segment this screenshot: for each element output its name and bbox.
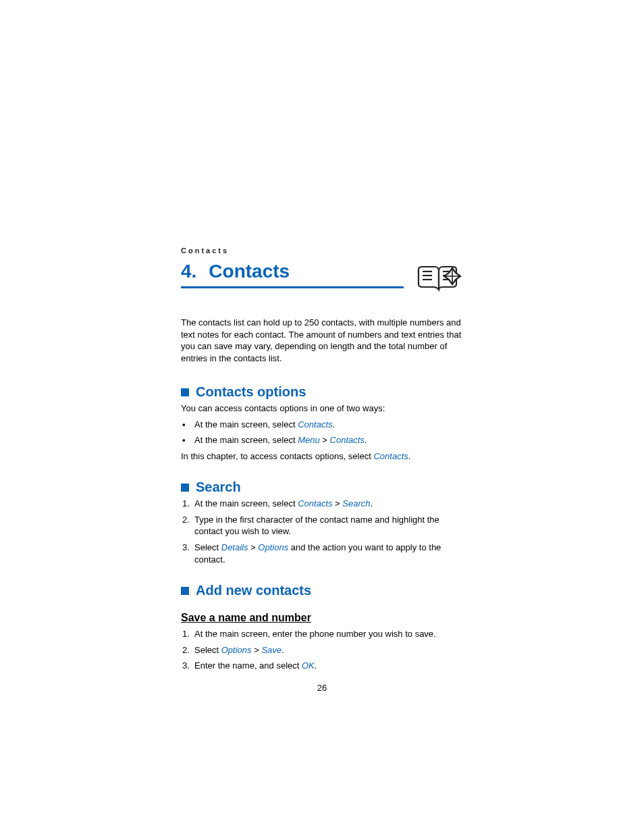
step-number: 1. (182, 498, 194, 510)
section-header-contacts-options: Contacts options (181, 384, 463, 400)
list-item-text: Select Options > Save. (194, 644, 284, 656)
step-number: 1. (182, 628, 194, 640)
bullet-marker: • (182, 434, 194, 446)
term-save: Save (261, 645, 281, 655)
section-bullet-icon (181, 484, 189, 492)
contacts-options-bullets: • At the main screen, select Contacts. •… (181, 419, 463, 446)
term-menu: Menu (298, 435, 320, 445)
term-contacts: Contacts (373, 451, 408, 461)
list-item: 2. Type in the first character of the co… (182, 514, 463, 538)
chapter-number: 4. (181, 261, 196, 282)
term-options: Options (221, 645, 252, 655)
term-contacts: Contacts (330, 435, 365, 445)
term-ok: OK (302, 660, 315, 671)
list-item: 3. Enter the name, and select OK. (182, 660, 463, 672)
subsection-title: Save a name and number (181, 612, 463, 624)
section-header-search: Search (181, 479, 463, 495)
section-tail-text: In this chapter, to access contacts opti… (181, 450, 463, 463)
term-contacts: Contacts (298, 498, 332, 509)
section-title: Add new contacts (196, 583, 311, 598)
chapter-title: 4.Contacts (181, 261, 414, 282)
section-lead-text: You can access contacts options in one o… (181, 402, 463, 415)
section-header-add-new-contacts: Add new contacts (181, 583, 463, 598)
running-head: Contacts (181, 246, 463, 255)
term-options: Options (258, 542, 288, 552)
step-number: 3. (182, 660, 194, 672)
list-item: 2. Select Options > Save. (182, 644, 463, 656)
chapter-rule (181, 286, 404, 288)
page-number: 26 (181, 683, 463, 693)
section-bullet-icon (181, 587, 189, 595)
step-number: 2. (182, 644, 194, 656)
save-name-number-steps: 1. At the main screen, enter the phone n… (181, 628, 463, 672)
term-search: Search (342, 498, 370, 509)
list-item: 1. At the main screen, enter the phone n… (182, 628, 463, 640)
list-item-text: Select Details > Options and the action … (194, 542, 463, 565)
list-item: 1. At the main screen, select Contacts >… (182, 498, 463, 510)
list-item: • At the main screen, select Contacts. (182, 419, 463, 431)
chapter-title-text: Contacts (209, 261, 290, 282)
list-item-text: Enter the name, and select OK. (194, 660, 317, 672)
section-title: Search (196, 479, 241, 495)
term-details: Details (221, 542, 248, 552)
list-item-text: At the main screen, enter the phone numb… (194, 628, 436, 640)
contacts-book-icon (414, 264, 463, 296)
list-item: • At the main screen, select Menu > Cont… (182, 434, 463, 446)
bullet-marker: • (182, 419, 194, 431)
step-number: 2. (182, 514, 194, 538)
list-item-text: At the main screen, select Contacts > Se… (194, 498, 373, 510)
section-bullet-icon (181, 388, 189, 396)
list-item-text: Type in the first character of the conta… (194, 514, 463, 538)
step-number: 3. (182, 542, 194, 565)
intro-paragraph: The contacts list can hold up to 250 con… (181, 317, 463, 364)
list-item-text: At the main screen, select Contacts. (194, 419, 335, 431)
list-item-text: At the main screen, select Menu > Contac… (194, 434, 367, 446)
list-item: 3. Select Details > Options and the acti… (182, 542, 463, 565)
term-contacts: Contacts (298, 419, 332, 429)
search-steps: 1. At the main screen, select Contacts >… (181, 498, 463, 565)
section-title: Contacts options (196, 384, 306, 400)
